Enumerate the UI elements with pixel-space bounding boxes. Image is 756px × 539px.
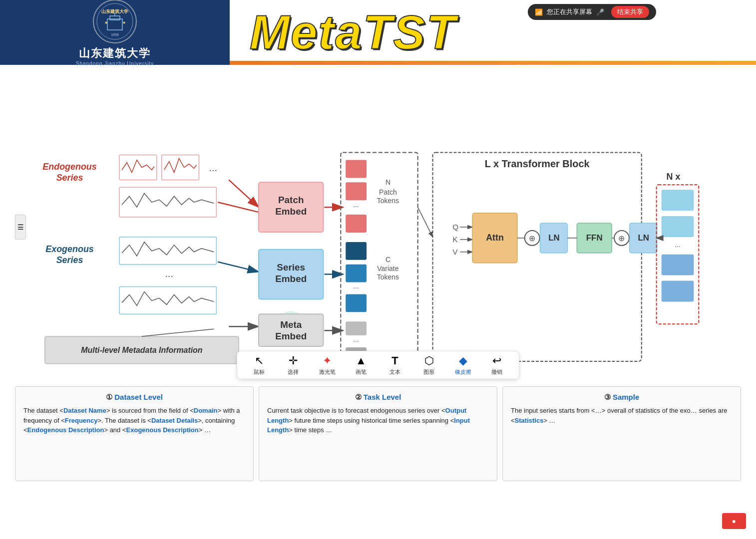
toolbar-pen[interactable]: ▲ 画笔: [349, 354, 373, 376]
shape-icon: ⬡: [424, 354, 434, 367]
svg-text:Variate: Variate: [377, 265, 398, 272]
svg-text:Exogenous: Exogenous: [45, 244, 94, 254]
svg-rect-60: [433, 153, 642, 361]
university-seal: 山东建筑大学 1958 ★ ★: [92, 0, 137, 44]
svg-rect-45: [346, 215, 367, 233]
eraser-label: 橡皮擦: [455, 368, 471, 376]
svg-text:Patch: Patch: [278, 195, 304, 205]
svg-text:Embed: Embed: [275, 206, 307, 217]
panel2-title-text: Task Level: [364, 393, 401, 401]
svg-text:Embed: Embed: [275, 273, 307, 284]
svg-text:K: K: [452, 235, 457, 244]
svg-rect-91: [662, 255, 694, 275]
svg-text:LN: LN: [548, 233, 560, 243]
toolbar-undo[interactable]: ↩ 撤销: [485, 354, 509, 376]
svg-rect-23: [119, 237, 216, 265]
svg-rect-50: [346, 265, 367, 282]
panel1-title-text: Dataset Level: [114, 393, 163, 401]
end-share-button[interactable]: 结束共享: [611, 6, 649, 18]
mic-icon: 🎤: [596, 8, 604, 16]
university-chinese: 山东建筑大学: [76, 46, 154, 61]
logo-area: 山东建筑大学 1958 ★ ★ 山东建筑大学 Shandong Jianzhu …: [0, 0, 230, 65]
shape-label: 图形: [423, 368, 434, 376]
svg-rect-11: [119, 155, 157, 180]
svg-rect-14: [119, 187, 216, 217]
toolbar-laser[interactable]: ✦ 激光笔: [315, 354, 339, 376]
svg-rect-52: [346, 294, 367, 312]
undo-label: 撤销: [491, 368, 502, 376]
svg-text:1958: 1958: [111, 33, 119, 36]
svg-rect-49: [346, 242, 367, 260]
sample-level-title: ③ Sample: [511, 393, 733, 402]
pen-label: 画笔: [356, 368, 367, 376]
svg-text:N: N: [385, 178, 390, 186]
bottom-right-button[interactable]: ●: [722, 513, 746, 529]
toolbar-text[interactable]: T 文本: [383, 354, 407, 376]
architecture-diagram: Endogenous Series ... Patch Embed: [15, 75, 741, 379]
svg-text:Q: Q: [452, 223, 458, 231]
svg-rect-43: [346, 182, 367, 200]
dataset-level-title: ① Dataset Level: [23, 393, 245, 402]
task-level-title: ② Task Level: [267, 393, 489, 402]
logo-group: 山东建筑大学 1958 ★ ★ 山东建筑大学 Shandong Jianzhu …: [76, 0, 154, 66]
svg-text:Embed: Embed: [275, 331, 307, 341]
text-label: 文本: [389, 368, 400, 376]
sidebar-collapse-button[interactable]: ☰: [15, 215, 26, 240]
svg-text:...: ...: [353, 282, 359, 290]
svg-text:Tokens: Tokens: [377, 197, 399, 205]
svg-text:...: ...: [209, 162, 217, 173]
svg-rect-25: [119, 287, 216, 314]
svg-rect-92: [662, 281, 694, 302]
toolbar-eraser[interactable]: ◆ 橡皮擦: [451, 354, 475, 376]
sample-level-body: The input series starts from <…> overall…: [511, 406, 733, 425]
svg-text:Patch: Patch: [379, 188, 397, 196]
svg-line-35: [142, 329, 214, 336]
mouse-label: 鼠标: [254, 368, 265, 376]
svg-text:Series: Series: [56, 173, 83, 183]
svg-text:Meta: Meta: [280, 319, 302, 330]
svg-text:...: ...: [675, 241, 681, 249]
svg-text:L x Transformer Block: L x Transformer Block: [485, 158, 590, 169]
text-icon: T: [391, 354, 398, 367]
sidebar-icon: ☰: [17, 223, 24, 231]
svg-text:⊕: ⊕: [529, 234, 535, 243]
panel1-number: ①: [106, 393, 114, 401]
toolbar-select[interactable]: ✛ 选择: [281, 354, 305, 376]
bottom-right-btn-label: ●: [732, 517, 736, 525]
svg-rect-89: [662, 216, 694, 237]
toolbar: ↖ 鼠标 ✛ 选择 ✦ 激光笔 ▲ 画笔 T 文本 ⬡ 图形: [237, 351, 519, 379]
svg-text:LN: LN: [638, 233, 650, 243]
svg-text:Multi-level Metadata Informati: Multi-level Metadata Information: [81, 346, 203, 354]
toolbar-shape[interactable]: ⬡ 图形: [417, 354, 441, 376]
svg-text:Tokens: Tokens: [377, 273, 399, 281]
svg-line-85: [418, 207, 433, 237]
svg-text:...: ...: [353, 335, 359, 343]
svg-text:Endogenous: Endogenous: [42, 162, 96, 172]
select-label: 选择: [288, 368, 299, 376]
svg-line-15: [229, 180, 259, 207]
panel2-number: ②: [355, 393, 364, 401]
toolbar-mouse[interactable]: ↖ 鼠标: [247, 354, 271, 376]
task-level-panel: ② Task Level Current task objective is t…: [259, 386, 497, 481]
title-area: MetaTST: [230, 0, 756, 65]
select-icon: ✛: [289, 354, 298, 367]
main-title: MetaTST: [250, 5, 456, 60]
svg-point-0: [93, 0, 136, 43]
dataset-level-panel: ① Dataset Level The dataset <Dataset Nam…: [15, 386, 254, 481]
bottom-panels: ① Dataset Level The dataset <Dataset Nam…: [15, 386, 741, 481]
svg-rect-42: [346, 160, 367, 178]
sharing-text: 您正在共享屏幕: [547, 7, 592, 16]
svg-text:V: V: [452, 248, 457, 256]
diagram-area: Endogenous Series ... Patch Embed: [15, 75, 741, 379]
signal-icon: 📶: [535, 8, 543, 16]
panel3-number: ③: [604, 393, 613, 401]
laser-icon: ✦: [323, 354, 332, 367]
eraser-icon: ◆: [459, 354, 467, 367]
svg-text:Attn: Attn: [486, 233, 504, 243]
sample-level-panel: ③ Sample The input series starts from <……: [502, 386, 741, 481]
svg-text:★: ★: [104, 20, 108, 25]
svg-line-16: [218, 202, 259, 212]
svg-text:Series: Series: [277, 262, 305, 272]
svg-text:C: C: [385, 256, 390, 264]
main-content: Endogenous Series ... Patch Embed: [0, 65, 756, 486]
